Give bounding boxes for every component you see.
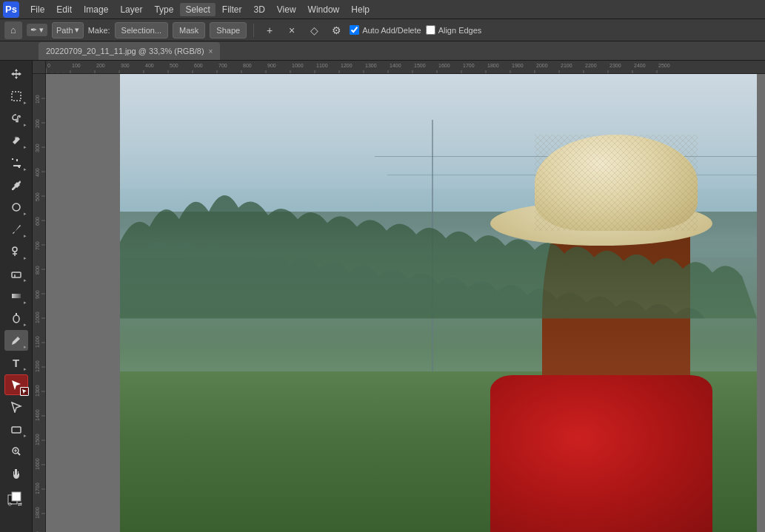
selection-button[interactable]: Selection...	[115, 22, 168, 38]
brush-dropdown-arrow: ▾	[39, 25, 44, 35]
svg-text:⇄: ⇄	[18, 502, 22, 507]
svg-text:1100: 1100	[316, 63, 328, 68]
path-dropdown-label: Path	[56, 26, 73, 35]
auto-add-delete-checkbox[interactable]: Auto Add/Delete	[350, 25, 421, 35]
tool-arrow: ▸	[24, 122, 27, 128]
tool-arrow: ▸	[24, 100, 27, 106]
type-tool[interactable]: T ▸	[4, 352, 28, 373]
svg-text:2300: 2300	[609, 63, 621, 68]
menu-edit[interactable]: Edit	[51, 3, 77, 16]
tool-arrow: ▸	[24, 211, 27, 217]
menu-help[interactable]: Help	[346, 3, 375, 16]
svg-text:1500: 1500	[414, 63, 426, 68]
auto-add-delete-input[interactable]	[350, 25, 359, 35]
svg-text:1400: 1400	[35, 409, 40, 421]
svg-text:800: 800	[35, 266, 40, 275]
delete-anchor-icon[interactable]: ×	[283, 21, 301, 39]
corner-icon[interactable]: ◇	[305, 21, 323, 39]
zoom-tool[interactable]	[4, 441, 28, 462]
svg-rect-3	[12, 272, 21, 277]
ruler-top-svg: 0 100 200 300 400 500 600	[46, 61, 765, 73]
brush-tool[interactable]: ▸	[4, 219, 28, 240]
ruler-top: // Ruler top rendered via CSS 0 100 200	[46, 61, 765, 74]
magic-wand-tool[interactable]: ▸	[4, 130, 28, 151]
menu-image[interactable]: Image	[78, 3, 113, 16]
menu-3d[interactable]: 3D	[248, 3, 270, 16]
options-bar: ⌂ ✒ ▾ Path ▾ Make: Selection... Mask Sha…	[0, 19, 765, 41]
align-edges-label: Align Edges	[438, 26, 482, 35]
svg-text:1100: 1100	[35, 336, 40, 348]
tool-arrow: ▸	[24, 366, 27, 372]
brush-icon: ✒	[30, 25, 37, 35]
lasso-tool[interactable]: ▸	[4, 108, 28, 129]
auto-add-delete-label: Auto Add/Delete	[362, 26, 421, 35]
svg-text:700: 700	[218, 63, 227, 68]
hand-tool[interactable]	[4, 463, 28, 484]
menu-view[interactable]: View	[272, 3, 301, 16]
main-area: ▸ ▸ ▸ ▸ ▸ ▸ ▸ ▸	[0, 61, 765, 532]
brush-preset-button[interactable]: ✒ ▾	[27, 24, 47, 36]
align-edges-checkbox[interactable]: Align Edges	[426, 25, 482, 35]
tab-close-button[interactable]: ×	[209, 47, 213, 55]
ruler-left-svg: 100 200 300 400 500 600 700 800 900 1000…	[33, 74, 46, 532]
toolbar: ▸ ▸ ▸ ▸ ▸ ▸ ▸ ▸	[0, 61, 33, 532]
move-tool[interactable]	[4, 64, 28, 84]
mask-button[interactable]: Mask	[173, 22, 205, 38]
svg-text:1900: 1900	[512, 63, 524, 68]
menu-layer[interactable]: Layer	[115, 3, 147, 16]
app-logo: Ps	[3, 1, 19, 18]
svg-text:1000: 1000	[292, 63, 304, 68]
path-dropdown[interactable]: Path ▾	[52, 22, 84, 38]
svg-text:200: 200	[35, 119, 40, 128]
svg-rect-9	[12, 492, 21, 501]
tool-arrow: ▸	[24, 144, 27, 150]
crop-tool[interactable]: ▸	[4, 152, 28, 173]
svg-text:2000: 2000	[536, 63, 548, 68]
spot-heal-tool[interactable]: ▸	[4, 197, 28, 218]
photo-canvas[interactable]	[46, 74, 765, 532]
align-edges-input[interactable]	[426, 25, 435, 35]
eyedropper-tool[interactable]	[4, 175, 28, 195]
shape-tool[interactable]: ▸	[4, 419, 28, 440]
svg-point-2	[13, 247, 17, 252]
direct-selection-tool[interactable]	[4, 397, 28, 417]
tool-arrow: ▸	[24, 233, 27, 239]
dodge-tool[interactable]: ▸	[4, 308, 28, 329]
svg-text:500: 500	[170, 63, 178, 68]
pen-tool[interactable]: ▸	[4, 330, 28, 351]
gradient-tool[interactable]: ▸	[4, 286, 28, 306]
document-tab[interactable]: 20220709_20_11_11.jpg @ 33,3% (RGB/8) ×	[39, 42, 220, 60]
svg-text:300: 300	[121, 63, 130, 68]
svg-text:1600: 1600	[35, 458, 40, 470]
foreground-background-colors[interactable]: ⟳ ⇄	[4, 485, 28, 512]
shape-button[interactable]: Shape	[210, 22, 247, 38]
svg-text:1200: 1200	[341, 63, 353, 68]
divider	[253, 24, 254, 37]
make-label: Make:	[88, 26, 110, 35]
svg-text:600: 600	[35, 217, 40, 226]
tab-bar: 20220709_20_11_11.jpg @ 33,3% (RGB/8) ×	[0, 41, 765, 61]
tab-filename: 20220709_20_11_11.jpg @ 33,3% (RGB/8)	[46, 47, 204, 55]
eraser-tool[interactable]: ▸	[4, 263, 28, 284]
clone-stamp-tool[interactable]: ▸	[4, 241, 28, 262]
svg-text:1700: 1700	[35, 482, 40, 494]
svg-text:2400: 2400	[634, 63, 646, 68]
rectangular-marquee-tool[interactable]: ▸	[4, 86, 28, 107]
red-jacket	[490, 375, 712, 532]
home-button[interactable]: ⌂	[4, 21, 22, 39]
menu-filter[interactable]: Filter	[217, 3, 247, 16]
treeline-svg	[120, 166, 757, 349]
menu-file[interactable]: File	[25, 3, 50, 16]
path-selection-tool[interactable]: ▸	[4, 374, 28, 395]
menu-type[interactable]: Type	[149, 3, 178, 16]
settings-icon[interactable]: ⚙	[327, 21, 345, 39]
canvas-area[interactable]: // Ruler top rendered via CSS 0 100 200	[33, 61, 765, 532]
svg-text:⟳: ⟳	[8, 502, 13, 507]
svg-rect-0	[12, 92, 21, 101]
menu-window[interactable]: Window	[303, 3, 345, 16]
menu-select[interactable]: Select	[180, 3, 215, 16]
tool-arrow: ▸	[24, 255, 27, 261]
svg-text:1000: 1000	[35, 312, 40, 323]
menu-bar: Ps File Edit Image Layer Type Select Fil…	[0, 0, 765, 19]
add-anchor-icon[interactable]: +	[261, 21, 278, 39]
